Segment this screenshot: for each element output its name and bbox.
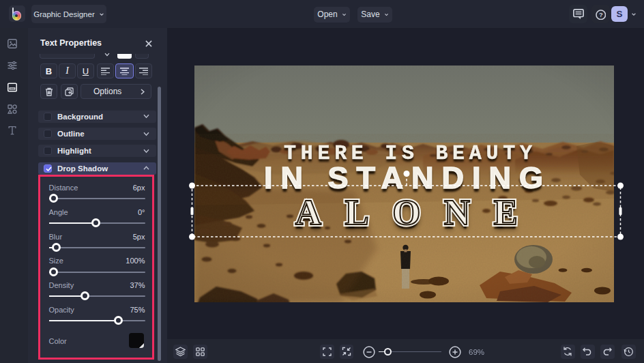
svg-text:?: ? — [598, 12, 602, 18]
